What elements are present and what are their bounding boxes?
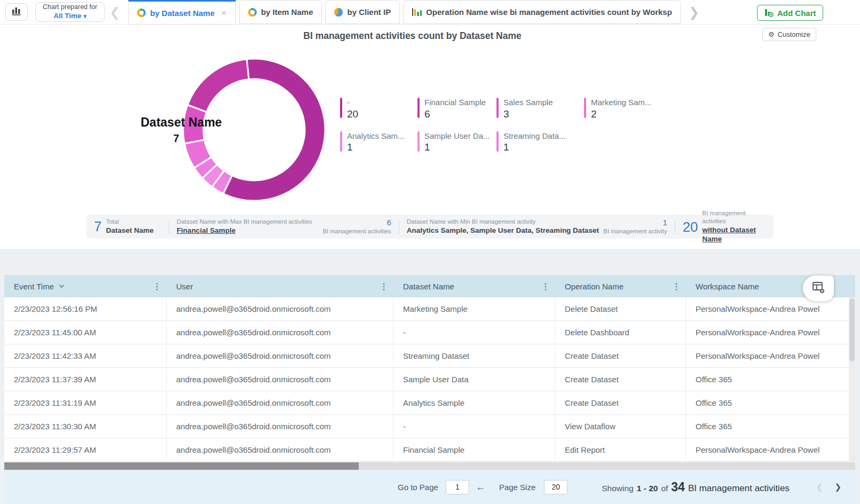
column-label: Workspace Name — [696, 282, 759, 291]
top-toolbar: Chart prepared for All Time▾ ❮ by Datase… — [0, 0, 860, 25]
go-arrow-icon[interactable]: ← — [476, 482, 485, 493]
table-cell: Streaming Dataset — [393, 344, 555, 367]
legend-item[interactable]: Sales Sample3 — [496, 98, 584, 121]
table-cell: PersonalWorkspace-Andrea Powel — [686, 438, 855, 461]
table-cell: andrea.powell@o365droid.onmicrosoft.com — [167, 297, 393, 320]
page-size-input[interactable] — [544, 480, 567, 494]
vertical-scrollbar-thumb[interactable] — [849, 298, 855, 361]
column-menu-icon[interactable]: ⋮ — [380, 281, 388, 292]
table-row[interactable]: 2/23/2023 12:56:16 PMandrea.powell@o365d… — [4, 297, 855, 321]
stat-max-activities: Dataset Name with Max BI management acti… — [177, 218, 391, 236]
legend-label: Streaming Data... — [503, 131, 566, 141]
table-settings-icon — [811, 281, 826, 296]
table-cell: Delete Dashboard — [555, 321, 686, 344]
goto-page-input[interactable] — [446, 480, 469, 494]
legend-value: 1 — [503, 141, 566, 154]
column-chooser-button[interactable] — [803, 275, 834, 301]
column-header-user[interactable]: User⋮ — [167, 275, 393, 297]
add-chart-button[interactable]: Add Chart — [757, 5, 823, 21]
table-cell: 2/23/2023 11:42:33 AM — [4, 344, 167, 367]
legend-item[interactable]: Sample User Da...1 — [417, 131, 496, 154]
legend-item[interactable]: Streaming Data...1 — [496, 131, 584, 154]
stat-dataset-link[interactable]: Financial Sample — [177, 226, 312, 235]
table-cell: Create Dataset — [555, 368, 686, 391]
legend-label: Sample User Da... — [424, 131, 490, 141]
legend-label: Analytics Sam... — [347, 131, 405, 141]
stat-title: Dataset Name with Max BI management acti… — [177, 218, 312, 226]
table-cell: Office 365 — [686, 368, 855, 391]
sort-desc-icon[interactable] — [59, 282, 65, 288]
table-cell: 2/23/2023 11:45:00 AM — [4, 321, 167, 344]
horizontal-scrollbar-thumb[interactable] — [4, 462, 359, 470]
table-row[interactable]: 2/23/2023 11:37:39 AMandrea.powell@o365d… — [4, 368, 855, 391]
tab-by-item-name[interactable]: by Item Name — [239, 0, 322, 24]
divider — [399, 220, 399, 234]
table-row[interactable]: 2/23/2023 11:30:30 AMandrea.powell@o365d… — [4, 415, 855, 438]
table-cell: PersonalWorkspace-Andrea Powel — [686, 321, 855, 344]
legend-color-bar — [496, 98, 499, 118]
stat-link[interactable]: without Dataset Name — [703, 225, 766, 244]
table-cell: Create Dataset — [555, 391, 686, 414]
chart-card: ⚙ Customize BI management activities cou… — [0, 25, 860, 249]
tab-by-client-ip[interactable]: by Client IP — [325, 0, 400, 24]
close-icon[interactable]: ✕ — [221, 9, 227, 17]
period-selector[interactable]: Chart prepared for All Time▾ — [35, 2, 105, 22]
horizontal-scrollbar[interactable] — [4, 462, 855, 470]
stat-without-dataset-name: 20 BI management activities without Data… — [683, 209, 766, 244]
next-page-icon[interactable]: ❯ — [834, 482, 841, 492]
legend-color-bar — [584, 98, 586, 118]
legend-item[interactable]: -20 — [340, 98, 417, 121]
stat-total-dataset-name: 7 Total Dataset Name — [94, 218, 161, 235]
table-cell: 2/23/2023 11:37:39 AM — [4, 368, 167, 391]
previous-page-icon[interactable]: ❮ — [816, 482, 823, 492]
column-header-dataset-name[interactable]: Dataset Name⋮ — [393, 275, 555, 297]
bi-audit-dashboard: Chart prepared for All Time▾ ❮ by Datase… — [0, 0, 860, 504]
column-header-event-time[interactable]: Event Time⋮ — [4, 275, 167, 297]
legend-color-bar — [340, 98, 342, 118]
column-menu-icon[interactable]: ⋮ — [672, 281, 681, 292]
table-cell: View Dataflow — [555, 415, 686, 438]
tab-label: by Client IP — [347, 7, 391, 17]
table-row[interactable]: 2/23/2023 11:45:00 AMandrea.powell@o365d… — [4, 321, 855, 344]
table-cell: PersonalWorkspace-Andrea Powel — [686, 297, 855, 320]
donut-chart-icon — [248, 8, 257, 17]
period-value: All Time▾ — [53, 12, 86, 21]
legend-value: 1 — [347, 141, 405, 154]
pie-chart-icon — [334, 8, 343, 17]
legend-value: 1 — [424, 141, 490, 154]
legend-label: Sales Sample — [503, 98, 553, 108]
stat-title: Dataset Name with Min BI management acti… — [407, 218, 599, 226]
tab-by-dataset-name[interactable]: by Dataset Name ✕ — [128, 0, 236, 25]
goto-page-label: Go to Page — [398, 483, 438, 492]
pagination: ❮ ❯ — [816, 482, 841, 492]
vertical-scrollbar[interactable] — [849, 297, 855, 462]
legend-item[interactable]: Financial Sample6 — [417, 98, 496, 121]
donut-slice-Financial Sample[interactable] — [187, 59, 249, 112]
table-row[interactable]: 2/23/2023 11:31:19 AMandrea.powell@o365d… — [4, 391, 855, 415]
legend-label: Marketing Sam... — [591, 98, 651, 108]
table-cell: 2/23/2023 11:29:57 AM — [4, 438, 167, 461]
stat-dataset-names: Analytics Sample, Sample User Data, Stre… — [407, 226, 599, 235]
chart-type-button[interactable] — [5, 3, 28, 21]
table-row[interactable]: 2/23/2023 11:29:57 AMandrea.powell@o365d… — [4, 438, 855, 462]
legend-item[interactable]: Analytics Sam...1 — [340, 131, 417, 154]
table-cell: 2/23/2023 11:31:19 AM — [4, 391, 167, 414]
table-cell: andrea.powell@o365droid.onmicrosoft.com — [167, 438, 393, 461]
tab-operation-name-wise[interactable]: Operation Name wise bi management activi… — [403, 0, 681, 24]
table-cell: - — [393, 321, 555, 344]
tab-label: Operation Name wise bi management activi… — [426, 7, 672, 17]
add-chart-label: Add Chart — [777, 9, 816, 18]
column-header-operation-name[interactable]: Operation Name⋮ — [555, 275, 686, 297]
table-cell: PersonalWorkspace-Andrea Powel — [686, 344, 855, 367]
column-menu-icon[interactable]: ⋮ — [153, 281, 161, 292]
tabs-scroll-left-button[interactable]: ❮ — [105, 0, 125, 24]
tabs-scroll-right-button[interactable]: ❯ — [684, 4, 704, 21]
column-menu-icon[interactable]: ⋮ — [541, 281, 550, 292]
column-label: Event Time — [14, 282, 54, 291]
legend-label: - — [347, 98, 358, 108]
legend-color-bar — [340, 131, 342, 152]
table-row[interactable]: 2/23/2023 11:42:33 AMandrea.powell@o365d… — [4, 344, 855, 368]
table-cell: andrea.powell@o365droid.onmicrosoft.com — [167, 415, 393, 438]
legend-item[interactable]: Marketing Sam...2 — [584, 98, 675, 121]
legend-color-bar — [496, 131, 499, 152]
